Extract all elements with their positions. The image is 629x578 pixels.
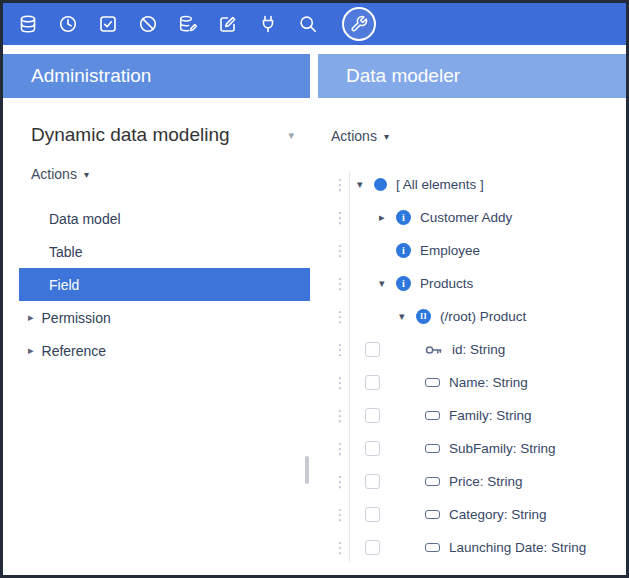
- left-actions-label: Actions: [31, 166, 77, 182]
- database-edit-icon[interactable]: [177, 13, 199, 35]
- tree-row-products[interactable]: ⋮ ▾ i Products: [331, 267, 626, 300]
- field-checkbox[interactable]: [365, 441, 380, 456]
- database-icon[interactable]: [17, 13, 39, 35]
- field-checkbox[interactable]: [365, 342, 380, 357]
- tree-row-field-subfamily[interactable]: ⋮ SubFamily: String: [331, 432, 626, 465]
- drag-handle-icon[interactable]: ⋮: [331, 474, 349, 489]
- module-selector-label: Dynamic data modeling: [31, 124, 230, 146]
- edit-icon[interactable]: [217, 13, 239, 35]
- menu-item-label: Data model: [49, 211, 121, 227]
- toolbar-gap: [3, 45, 626, 54]
- info-icon: i: [396, 276, 411, 291]
- left-actions-menu[interactable]: Actions ▾: [31, 166, 89, 182]
- drag-handle-icon[interactable]: ⋮: [331, 177, 349, 192]
- menu-item-label: Table: [49, 244, 82, 260]
- drag-handle-icon[interactable]: ⋮: [331, 276, 349, 291]
- clock-icon[interactable]: [57, 13, 79, 35]
- admin-menu: Data model Table Field ▸ Permission ▸ Re…: [19, 202, 310, 367]
- field-icon: [425, 477, 440, 486]
- tree-row-customer-addy[interactable]: ⋮ ▸ i Customer Addy: [331, 201, 626, 234]
- drag-handle-icon[interactable]: ⋮: [331, 375, 349, 390]
- key-icon: [425, 344, 443, 356]
- field-icon: [425, 444, 440, 453]
- sidebar-item-field[interactable]: Field: [19, 268, 310, 301]
- sidebar-item-data-model[interactable]: Data model: [19, 202, 310, 235]
- tree-row-field-launching-date[interactable]: ⋮ Launching Date: String: [331, 531, 626, 564]
- tree-label[interactable]: id: String: [452, 342, 505, 357]
- drag-handle-icon[interactable]: ⋮: [331, 441, 349, 456]
- caret-down-icon[interactable]: ▾: [399, 310, 416, 323]
- block-icon[interactable]: [137, 13, 159, 35]
- left-panel-header: Administration: [3, 54, 310, 98]
- info-icon: i: [396, 243, 411, 258]
- drag-handle-icon[interactable]: ⋮: [331, 342, 349, 357]
- tree-row-employee[interactable]: ⋮ i Employee: [331, 234, 626, 267]
- field-icon: [425, 411, 440, 420]
- tree-label[interactable]: Employee: [420, 243, 480, 258]
- menu-item-label: Permission: [42, 310, 111, 326]
- chevron-down-icon: ▾: [84, 169, 89, 180]
- sidebar-item-table[interactable]: Table: [19, 235, 310, 268]
- drag-handle-icon[interactable]: ⋮: [331, 309, 349, 324]
- check-square-icon[interactable]: [97, 13, 119, 35]
- field-icon: [425, 510, 440, 519]
- data-modeler-panel: Actions ▾ ⋮ ▾ [ All elements ] ⋮ ▸: [318, 98, 626, 575]
- administration-panel: Dynamic data modeling ▾ Actions ▾ Data m…: [3, 98, 310, 575]
- plug-icon[interactable]: [257, 13, 279, 35]
- app-window: Administration Data modeler Dynamic data…: [0, 0, 629, 578]
- data-model-tree: ⋮ ▾ [ All elements ] ⋮ ▸ i Customer Addy: [331, 168, 626, 564]
- tree-row-field-id[interactable]: ⋮ id: String: [331, 333, 626, 366]
- right-panel-header: Data modeler: [318, 54, 626, 98]
- field-checkbox[interactable]: [365, 375, 380, 390]
- module-selector[interactable]: Dynamic data modeling ▾: [31, 124, 294, 146]
- right-actions-menu[interactable]: Actions ▾: [331, 128, 389, 144]
- sidebar-item-reference[interactable]: ▸ Reference: [19, 334, 310, 367]
- field-checkbox[interactable]: [365, 474, 380, 489]
- chevron-right-icon[interactable]: ▸: [28, 311, 34, 324]
- tree-row-field-category[interactable]: ⋮ Category: String: [331, 498, 626, 531]
- interface-icon: II: [416, 309, 431, 324]
- tree-row-root-product[interactable]: ⋮ ▾ II (/root) Product: [331, 300, 626, 333]
- tree-label[interactable]: Price: String: [449, 474, 523, 489]
- sidebar-item-permission[interactable]: ▸ Permission: [19, 301, 310, 334]
- tree-row-field-family[interactable]: ⋮ Family: String: [331, 399, 626, 432]
- panel-bodies: Dynamic data modeling ▾ Actions ▾ Data m…: [3, 98, 626, 575]
- caret-right-icon[interactable]: ▸: [379, 211, 396, 224]
- tree-label[interactable]: Family: String: [449, 408, 532, 423]
- drag-handle-icon[interactable]: ⋮: [331, 408, 349, 423]
- tree-row-all-elements[interactable]: ⋮ ▾ [ All elements ]: [331, 168, 626, 201]
- chevron-right-icon[interactable]: ▸: [28, 344, 34, 357]
- tree-row-field-name[interactable]: ⋮ Name: String: [331, 366, 626, 399]
- drag-handle-icon[interactable]: ⋮: [331, 243, 349, 258]
- field-checkbox[interactable]: [365, 507, 380, 522]
- search-icon[interactable]: [297, 13, 319, 35]
- chevron-down-icon[interactable]: ▾: [288, 129, 294, 142]
- field-icon: [425, 543, 440, 552]
- menu-item-label: Reference: [42, 343, 107, 359]
- panel-headers: Administration Data modeler: [3, 54, 626, 98]
- tree-label[interactable]: Name: String: [449, 375, 528, 390]
- drag-handle-icon[interactable]: ⋮: [331, 210, 349, 225]
- field-checkbox[interactable]: [365, 408, 380, 423]
- left-panel-title: Administration: [31, 65, 151, 87]
- chevron-down-icon: ▾: [384, 131, 389, 142]
- scrollbar-thumb[interactable]: [305, 456, 309, 484]
- tree-row-field-price[interactable]: ⋮ Price: String: [331, 465, 626, 498]
- drag-handle-icon[interactable]: ⋮: [331, 507, 349, 522]
- tree-label[interactable]: Products: [420, 276, 473, 291]
- tree-label[interactable]: Customer Addy: [420, 210, 512, 225]
- tree-label[interactable]: [ All elements ]: [396, 177, 484, 192]
- right-panel-title: Data modeler: [346, 65, 460, 87]
- drag-handle-icon[interactable]: ⋮: [331, 540, 349, 555]
- right-actions-label: Actions: [331, 128, 377, 144]
- wrench-icon[interactable]: [342, 7, 376, 41]
- tree-label[interactable]: SubFamily: String: [449, 441, 556, 456]
- tree-label[interactable]: Category: String: [449, 507, 547, 522]
- caret-down-icon[interactable]: ▾: [379, 277, 396, 290]
- caret-down-icon[interactable]: ▾: [357, 178, 374, 191]
- tree-label[interactable]: Launching Date: String: [449, 540, 586, 555]
- field-checkbox[interactable]: [365, 540, 380, 555]
- menu-item-label: Field: [49, 277, 79, 293]
- tree-label[interactable]: (/root) Product: [440, 309, 526, 324]
- field-icon: [425, 378, 440, 387]
